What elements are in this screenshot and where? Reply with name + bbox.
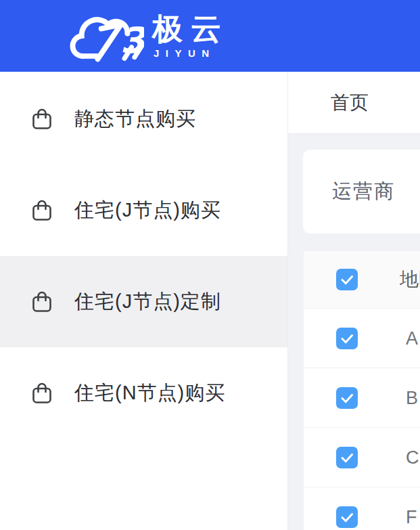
table-row: B — [304, 368, 420, 428]
row-checkbox[interactable] — [336, 506, 358, 528]
table-row: A — [304, 309, 420, 368]
sidebar-item-label: 住宅(J节点)购买 — [74, 197, 221, 224]
sidebar-item-static-node-purchase[interactable]: 静态节点购买 — [0, 73, 287, 164]
shopping-bag-icon — [31, 108, 53, 131]
brand-name-en: JIYUN — [154, 47, 229, 59]
carrier-filter-label: 运营商 — [332, 178, 395, 205]
table-row: F — [304, 487, 420, 530]
tab-home[interactable]: 首页 — [331, 90, 369, 116]
table-header-row: 地区 — [304, 251, 420, 309]
page-area: 运营商 地区 A — [288, 134, 420, 530]
region-table: 地区 A B C — [304, 251, 420, 530]
tab-bar: 首页 — [288, 72, 420, 134]
shopping-bag-icon — [31, 382, 53, 405]
row-checkbox[interactable] — [336, 328, 358, 349]
brand-name-zh: 极云 — [152, 13, 229, 45]
column-header-region: 地区 — [400, 267, 420, 292]
region-cell: A — [406, 328, 418, 349]
region-cell: C — [406, 447, 419, 468]
shopping-bag-icon — [31, 199, 53, 222]
sidebar-item-residential-j-node-custom[interactable]: 住宅(J节点)定制 — [0, 256, 287, 347]
app-header: 3 极云 JIYUN — [0, 0, 420, 72]
main-content: 首页 运营商 地区 A — [288, 72, 420, 530]
table-row: C — [304, 428, 420, 487]
cloud-73-logo-icon: 3 — [66, 5, 144, 66]
row-checkbox[interactable] — [336, 387, 358, 409]
carrier-filter-card: 运营商 — [303, 150, 420, 234]
region-cell: B — [406, 387, 418, 408]
sidebar-item-residential-n-node-purchase[interactable]: 住宅(N节点)购买 — [0, 347, 287, 439]
sidebar-item-label: 静态节点购买 — [74, 106, 196, 133]
select-all-checkbox[interactable] — [336, 269, 358, 290]
region-cell: F — [406, 506, 417, 527]
row-checkbox[interactable] — [336, 447, 358, 468]
shopping-bag-icon — [31, 290, 53, 313]
brand-logo: 3 极云 JIYUN — [66, 5, 229, 66]
sidebar-item-label: 住宅(N节点)购买 — [74, 380, 225, 407]
sidebar-item-residential-j-node-purchase[interactable]: 住宅(J节点)购买 — [0, 164, 287, 256]
sidebar-menu: 静态节点购买 住宅(J节点)购买 住宅(J节点)定制 住宅(N节点)购买 — [0, 72, 288, 530]
sidebar-item-label: 住宅(J节点)定制 — [74, 288, 221, 315]
